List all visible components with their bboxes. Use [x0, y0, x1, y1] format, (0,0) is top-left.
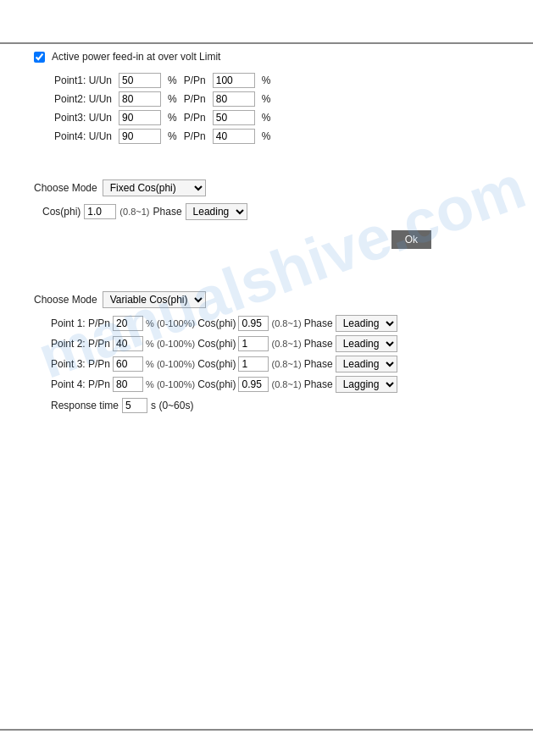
var-phase-label: Phase: [304, 338, 333, 350]
var-p-unit: % (0-100%): [146, 339, 195, 349]
table-row: Point1: U/Un % P/Pn %: [51, 71, 274, 90]
var-point-label: Point 1: P/Pn: [51, 317, 110, 329]
cos-phi-input[interactable]: [84, 204, 116, 219]
var-phase-select[interactable]: LeadingLagging: [336, 315, 397, 332]
u-input-cell[interactable]: [115, 71, 164, 90]
var-point-row: Point 2: P/Pn % (0-100%) Cos(phi) (0.8~1…: [51, 335, 499, 352]
var-p-input[interactable]: [113, 356, 143, 372]
ok-button[interactable]: Ok: [391, 230, 431, 249]
p-unit: %: [258, 127, 275, 146]
var-cos-label: Cos(phi): [197, 358, 236, 370]
p-input-cell[interactable]: [209, 127, 258, 146]
var-cos-hint: (0.8~1): [271, 359, 301, 369]
u-input-cell[interactable]: [115, 90, 164, 108]
table-row: Point2: U/Un % P/Pn %: [51, 90, 274, 108]
u-unit: %: [164, 108, 180, 127]
p-unit: %: [258, 108, 275, 127]
u-input[interactable]: [119, 91, 161, 107]
p-input[interactable]: [213, 110, 255, 125]
u-unit: %: [164, 71, 180, 90]
var-cos-input[interactable]: [238, 356, 269, 372]
var-point-row: Point 3: P/Pn % (0-100%) Cos(phi) (0.8~1…: [51, 356, 499, 372]
var-phase-select[interactable]: LeadingLagging: [336, 376, 397, 393]
p-input-cell[interactable]: [209, 108, 258, 127]
cos-phi-hint: (0.8~1): [119, 207, 149, 217]
var-p-unit: % (0-100%): [146, 379, 195, 389]
p-input[interactable]: [213, 129, 255, 144]
var-mode-select[interactable]: Fixed Cos(phi)Variable Cos(phi)Off: [103, 291, 206, 308]
var-p-input[interactable]: [113, 336, 143, 351]
var-phase-select[interactable]: LeadingLagging: [336, 335, 397, 352]
var-cos-input[interactable]: [238, 316, 269, 331]
var-choose-mode-label: Choose Mode: [34, 294, 97, 306]
var-cos-input[interactable]: [238, 336, 269, 351]
var-point-row: Point 1: P/Pn % (0-100%) Cos(phi) (0.8~1…: [51, 315, 499, 332]
active-power-label: Active power feed-in at over volt Limit: [52, 51, 220, 63]
var-p-input[interactable]: [113, 316, 143, 331]
var-p-unit: % (0-100%): [146, 359, 195, 369]
u-unit: %: [164, 127, 180, 146]
u-unit: %: [164, 90, 180, 108]
p-unit: %: [258, 90, 275, 108]
choose-mode-label: Choose Mode: [34, 182, 97, 194]
var-cos-hint: (0.8~1): [271, 318, 301, 328]
ppn-label: P/Pn: [180, 108, 209, 127]
var-phase-label: Phase: [304, 317, 333, 329]
var-p-unit: % (0-100%): [146, 318, 195, 328]
point-label: Point3: U/Un: [51, 108, 115, 127]
response-time-unit: s (0~60s): [151, 400, 193, 411]
points-table: Point1: U/Un % P/Pn % Point2: U/Un % P/P…: [51, 71, 274, 146]
point-label: Point4: U/Un: [51, 127, 115, 146]
var-p-input[interactable]: [113, 377, 143, 392]
table-row: Point4: U/Un % P/Pn %: [51, 127, 274, 146]
point-label: Point1: U/Un: [51, 71, 115, 90]
var-point-label: Point 4: P/Pn: [51, 378, 110, 390]
var-phase-select[interactable]: LeadingLagging: [336, 356, 397, 372]
u-input[interactable]: [119, 129, 161, 144]
ppn-label: P/Pn: [180, 127, 209, 146]
var-cos-input[interactable]: [238, 377, 269, 392]
var-phase-label: Phase: [304, 358, 333, 370]
var-cos-label: Cos(phi): [197, 317, 236, 329]
section-fixed-cosphi: Choose Mode Fixed Cos(phi)Variable Cos(p…: [34, 179, 499, 249]
phase-select[interactable]: LeadingLagging: [186, 203, 247, 220]
var-cos-hint: (0.8~1): [271, 379, 301, 389]
u-input[interactable]: [119, 73, 161, 88]
ppn-label: P/Pn: [180, 71, 209, 90]
var-cos-hint: (0.8~1): [271, 339, 301, 349]
var-point-label: Point 3: P/Pn: [51, 358, 110, 370]
point-label: Point2: U/Un: [51, 90, 115, 108]
active-power-checkbox[interactable]: [34, 52, 45, 63]
u-input-cell[interactable]: [115, 127, 164, 146]
p-input[interactable]: [213, 73, 255, 88]
fixed-mode-select[interactable]: Fixed Cos(phi)Variable Cos(phi)Off: [103, 179, 206, 196]
ppn-label: P/Pn: [180, 90, 209, 108]
response-time-input[interactable]: [122, 398, 147, 413]
var-point-row: Point 4: P/Pn % (0-100%) Cos(phi) (0.8~1…: [51, 376, 499, 393]
response-time-label: Response time: [51, 400, 119, 411]
table-row: Point3: U/Un % P/Pn %: [51, 108, 274, 127]
response-time-row: Response time s (0~60s): [51, 398, 499, 413]
var-cos-label: Cos(phi): [197, 338, 236, 350]
section-active-power: Active power feed-in at over volt Limit …: [34, 51, 499, 146]
var-phase-label: Phase: [304, 378, 333, 390]
u-input[interactable]: [119, 110, 161, 125]
p-input[interactable]: [213, 91, 255, 107]
p-input-cell[interactable]: [209, 90, 258, 108]
var-cos-label: Cos(phi): [197, 378, 236, 390]
section-variable-cosphi: Choose Mode Fixed Cos(phi)Variable Cos(p…: [34, 291, 499, 413]
var-point-label: Point 2: P/Pn: [51, 338, 110, 350]
p-input-cell[interactable]: [209, 71, 258, 90]
p-unit: %: [258, 71, 275, 90]
phase-label: Phase: [153, 206, 182, 218]
cos-phi-label: Cos(phi): [42, 206, 81, 218]
u-input-cell[interactable]: [115, 108, 164, 127]
